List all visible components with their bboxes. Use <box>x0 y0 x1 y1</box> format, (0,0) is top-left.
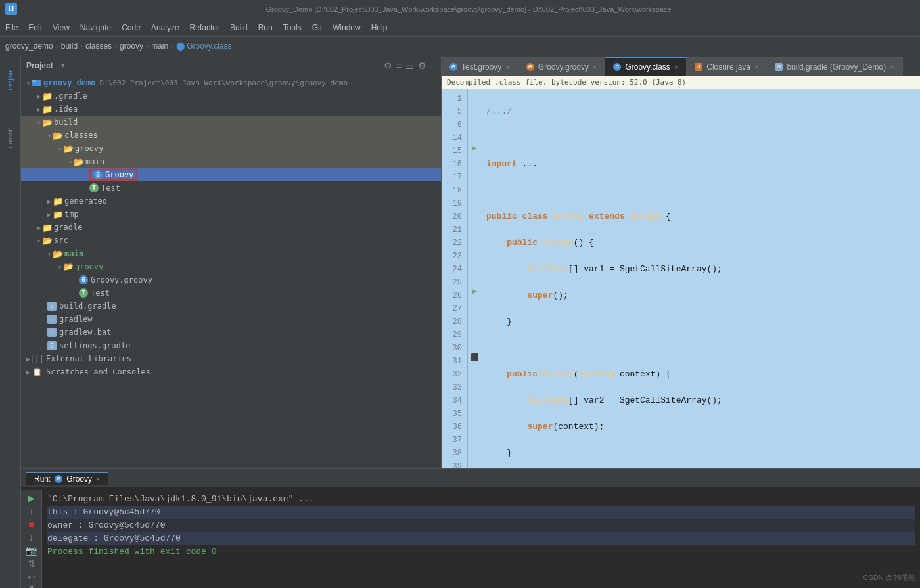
wrap-btn[interactable]: ↩ <box>25 572 38 582</box>
menu-build[interactable]: Build <box>230 23 248 32</box>
tab-closure-java-close[interactable]: × <box>754 63 758 71</box>
run-tab[interactable]: Run: G Groovy × <box>26 472 108 485</box>
chevron-src: ▾ <box>37 237 41 244</box>
gradlew-icon: G <box>47 315 57 324</box>
chevron-classes: ▾ <box>47 132 51 139</box>
run-tab-label: Run: <box>34 474 51 484</box>
menu-window[interactable]: Window <box>333 23 361 32</box>
run-tab-icon: G <box>55 475 62 483</box>
breadcrumb-build[interactable]: build <box>61 41 78 51</box>
settings-btn[interactable]: ⚙ <box>418 60 426 71</box>
src-folder-icon: 📂 <box>42 235 53 246</box>
tab-groovy-groovy[interactable]: G Groovy.groovy × <box>518 57 606 76</box>
menu-code[interactable]: Code <box>122 23 141 32</box>
commit-strip-btn[interactable]: Commit <box>3 118 18 158</box>
tree-item-src-test[interactable]: T Test <box>21 286 441 300</box>
tab-groovy-class-close[interactable]: × <box>674 63 678 71</box>
console-line-owner: owner : Groovy@5c45d770 <box>47 519 915 532</box>
menu-run[interactable]: Run <box>258 23 273 32</box>
menu-tools[interactable]: Tools <box>283 23 302 32</box>
scroll-down-btn[interactable]: ↓ <box>25 532 38 543</box>
print-btn[interactable]: 🖶 <box>25 585 38 588</box>
tree-item-build-gradle[interactable]: G build.gradle <box>21 300 441 313</box>
code-editor[interactable]: 1 5 6 14 15 16 17 18 19 20 21 22 <box>442 89 920 468</box>
tree-view: ▾ groovy_demo D:\002_Project\003_Java_Wo… <box>21 76 441 468</box>
bottom-sidebar: ▶ ↑ ■ ↓ 📷 ⇅ ↩ 🖶 🗑 <box>21 490 42 588</box>
tab-groovy-groovy-close[interactable]: × <box>593 63 597 71</box>
tree-item-groovy-groovy[interactable]: G Groovy.groovy <box>21 273 441 286</box>
menu-analyze[interactable]: Analyze <box>151 23 179 32</box>
root-label: groovy_demo <box>43 78 95 87</box>
tree-item-external-libs[interactable]: ▶ ||| External Libraries <box>21 352 441 365</box>
tab-build-gradle[interactable]: G build.gradle (Groovy_Demo) × <box>767 57 902 76</box>
tree-item-gradle[interactable]: ▶ 📁 gradle <box>21 221 441 234</box>
sort-btn[interactable]: ⇅ <box>25 558 38 569</box>
tree-item-src[interactable]: ▾ 📂 src <box>21 234 441 247</box>
gradle-folder-icon: 📁 <box>42 222 53 233</box>
breadcrumb-file[interactable]: ⬤Groovy.class <box>176 41 231 51</box>
breadcrumb-main[interactable]: main <box>151 41 168 51</box>
close-panel-btn[interactable]: − <box>430 60 436 71</box>
console-line-delegate: delegate : Groovy@5c45d770 <box>47 532 915 545</box>
menu-help[interactable]: Help <box>371 23 388 32</box>
tree-item-groovy-class[interactable]: G Groovy <box>21 168 441 181</box>
app-icon: IJ <box>5 3 17 15</box>
groovy-class-icon: G <box>93 170 103 179</box>
tab-build-gradle-close[interactable]: × <box>890 63 894 71</box>
filter-btn[interactable]: ⚌ <box>405 60 414 71</box>
test-label: Test <box>101 183 120 192</box>
tree-item-build[interactable]: ▾ 📂 build <box>21 116 441 129</box>
stop-btn[interactable]: ■ <box>25 519 38 530</box>
tmp-label: tmp <box>64 210 79 219</box>
run-btn[interactable]: ▶ <box>25 493 38 503</box>
camera-btn[interactable]: 📷 <box>25 545 38 556</box>
tab-test-groovy[interactable]: G Test.groovy × <box>442 57 518 76</box>
main-dir-icon: 📂 <box>74 156 84 167</box>
gradlew-bat-icon: G <box>47 328 57 337</box>
console-output[interactable]: "C:\Program Files\Java\jdk1.8.0_91\bin\j… <box>42 490 920 588</box>
tree-item-src-main[interactable]: ▾ 📂 main <box>21 247 441 260</box>
tree-item-gradlew-bat[interactable]: G gradlew.bat <box>21 326 441 339</box>
menu-edit[interactable]: Edit <box>28 23 42 32</box>
sync-btn[interactable]: ⚙ <box>384 60 392 71</box>
tree-item-idea[interactable]: ▶ 📁 .idea <box>21 102 441 116</box>
menu-navigate[interactable]: Navigate <box>80 23 111 32</box>
tree-item-groovy-dir[interactable]: ▾ 📂 groovy <box>21 142 441 155</box>
tree-item-scratches[interactable]: ▶ 📋 Scratches and Consoles <box>21 365 441 378</box>
breadcrumb-root[interactable]: groovy_demo <box>5 41 53 51</box>
tab-groovy-class[interactable]: C Groovy.class × <box>605 57 687 76</box>
tree-item-test-class[interactable]: T Test <box>21 181 441 194</box>
tree-item-src-groovy[interactable]: ▾ 📂 groovy <box>21 260 441 273</box>
menu-git[interactable]: Git <box>312 23 322 32</box>
tree-item-settings-gradle[interactable]: G settings.gradle <box>21 339 441 352</box>
breadcrumb-classes[interactable]: classes <box>85 41 112 51</box>
tree-item-gradle-dir[interactable]: ▶ 📁 .gradle <box>21 89 441 102</box>
watermark: CSDN @韩曙亮 <box>863 573 915 583</box>
tree-item-tmp[interactable]: ▶ 📁 tmp <box>21 208 441 221</box>
run-tab-close[interactable]: × <box>96 475 100 483</box>
tree-item-gradlew[interactable]: G gradlew <box>21 313 441 326</box>
tab-test-groovy-close[interactable]: × <box>505 63 509 71</box>
src-groovy-label: groovy <box>75 262 103 271</box>
tree-root[interactable]: ▾ groovy_demo D:\002_Project\003_Java_Wo… <box>21 76 441 89</box>
menu-file[interactable]: File <box>5 23 18 32</box>
src-label: src <box>54 236 68 245</box>
collapse-btn[interactable]: ≡ <box>396 60 402 71</box>
tree-item-classes[interactable]: ▾ 📂 classes <box>21 129 441 142</box>
tree-item-main-dir[interactable]: ▾ 📂 main <box>21 155 441 168</box>
ext-libs-label: External Libraries <box>46 354 131 363</box>
scroll-up-btn[interactable]: ↑ <box>25 506 38 516</box>
menu-view[interactable]: View <box>53 23 70 32</box>
tab-closure-java[interactable]: J Closure.java × <box>687 57 767 76</box>
build-folder-icon: 📂 <box>42 117 53 127</box>
panel-header: Project ▾ ⚙ ≡ ⚌ ⚙ − <box>21 55 441 76</box>
chevron-generated: ▶ <box>47 198 51 205</box>
tree-item-generated[interactable]: ▶ 📁 generated <box>21 194 441 208</box>
bottom-panel: Run: G Groovy × ▶ ↑ ■ ↓ 📷 ⇅ ↩ <box>21 468 920 588</box>
groovy-groovy-label: Groovy.groovy <box>91 275 152 284</box>
code-content[interactable]: /.../ import ... public class Groovy ext… <box>481 89 920 468</box>
project-strip-btn[interactable]: Project <box>3 60 18 100</box>
tab-groovy-class-label: Groovy.class <box>625 62 670 72</box>
menu-refactor[interactable]: Refactor <box>190 23 219 32</box>
breadcrumb-groovy[interactable]: groovy <box>120 41 143 51</box>
